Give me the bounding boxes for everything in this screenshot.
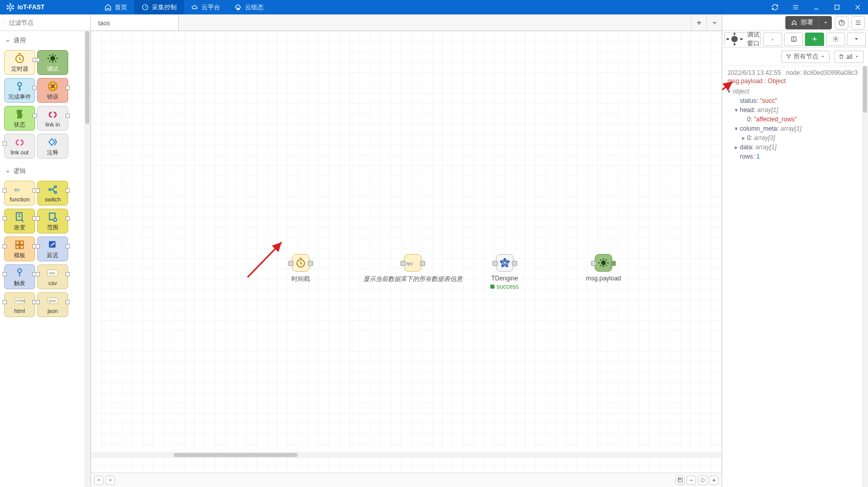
palette-node-status[interactable]: 状态: [4, 106, 35, 131]
deploy-button[interactable]: 部署: [785, 16, 832, 29]
debug-filter-nodes[interactable]: 所有节点: [781, 51, 830, 63]
nav-cloud-config[interactable]: 云组态: [227, 0, 271, 14]
sidebar-tab-debug[interactable]: 调试窗口: [724, 33, 761, 46]
palette-node-link-in[interactable]: link in: [37, 106, 68, 131]
palette-node-csv[interactable]: csvcsv: [37, 264, 68, 289]
palette-node-trigger[interactable]: 触发: [4, 264, 35, 289]
close-button[interactable]: [847, 0, 868, 14]
palette-node-json[interactable]: jsonjson: [37, 292, 68, 317]
deploy-menu-button[interactable]: [818, 16, 832, 29]
node-input-port[interactable]: [400, 261, 406, 266]
circle-icon: [700, 478, 705, 483]
node-enable-port[interactable]: [611, 261, 616, 266]
plus-icon: [696, 20, 702, 26]
sidebar-tab-debug-active[interactable]: [805, 33, 824, 46]
menu-button[interactable]: [851, 16, 865, 29]
footer-up-button[interactable]: [94, 476, 103, 485]
appmenu-button[interactable]: [785, 0, 806, 14]
palette-scrollbar-thumb[interactable]: [85, 31, 89, 124]
node-output-port[interactable]: [420, 261, 425, 266]
zoom-out-button[interactable]: [687, 476, 696, 485]
refresh-button[interactable]: [765, 0, 785, 14]
plus-icon: [711, 478, 717, 483]
status-icon: [14, 108, 25, 120]
palette-node-function[interactable]: f(x)function: [4, 181, 35, 206]
trash-icon: [839, 54, 844, 59]
map-icon: [677, 477, 683, 483]
search-icon: [4, 20, 6, 26]
minimize-icon: [813, 4, 820, 11]
debug-scrollbar[interactable]: [862, 66, 868, 487]
nav-home[interactable]: 首页: [97, 0, 134, 14]
debug-clear-button[interactable]: all: [834, 51, 864, 63]
node-input-port[interactable]: [492, 261, 498, 266]
debug-scrollbar-thumb[interactable]: [863, 66, 867, 113]
palette-node-change[interactable]: 改变: [4, 209, 35, 233]
hamburger-icon: [855, 19, 862, 26]
flow-tabs-menu[interactable]: [706, 15, 722, 30]
nav-collect[interactable]: 采集控制: [134, 0, 184, 14]
cloud-grid-icon: [235, 4, 242, 11]
palette-node-template[interactable]: 模板: [4, 237, 35, 261]
rocket-icon: [791, 19, 798, 26]
minus-icon: [689, 478, 694, 483]
palette-node-complete[interactable]: 完成事件: [4, 78, 35, 103]
palette-node-comment[interactable]: 注释: [37, 134, 68, 159]
svg-point-0: [9, 6, 11, 8]
info-icon: [769, 36, 776, 42]
flow-node-timestamp[interactable]: 时间戳: [291, 254, 310, 284]
maximize-button[interactable]: [827, 0, 847, 14]
debug-msg-title: msg.payload : Object: [727, 77, 863, 85]
book-icon: [791, 36, 797, 42]
palette-node-switch[interactable]: switch: [37, 181, 68, 206]
main-nav: 首页 采集控制 云平台 云组态: [97, 0, 271, 14]
chevron-down-icon: [711, 20, 718, 26]
add-flow-button[interactable]: [691, 15, 706, 30]
canvas-footer: [91, 473, 722, 487]
change-icon: [14, 211, 25, 223]
palette-scrollbar[interactable]: [84, 31, 90, 487]
caret-down-icon: [853, 36, 860, 42]
node-output-port[interactable]: [308, 261, 313, 266]
navigator-button[interactable]: [675, 476, 685, 485]
zoom-reset-button[interactable]: [698, 476, 707, 485]
svg-point-1: [10, 4, 11, 5]
svg-point-5: [7, 8, 8, 9]
palette-node-html[interactable]: HTMLhtml: [4, 292, 35, 317]
palette-search-input[interactable]: [9, 19, 86, 26]
svg-point-42: [601, 260, 606, 265]
sidebar-tab-config[interactable]: [826, 33, 845, 46]
palette-node-debug[interactable]: 调试: [37, 50, 68, 75]
palette-node-error[interactable]: 错误: [37, 78, 68, 103]
node-input-port[interactable]: [591, 261, 596, 266]
flow-node-function[interactable]: f(x) 显示当前数据库下的所有数据表信息: [361, 254, 464, 284]
nav-cloud-platform[interactable]: 云平台: [184, 0, 227, 14]
svg-rect-25: [16, 245, 19, 248]
flow-node-tdengine[interactable]: TDengine success: [490, 254, 519, 290]
palette-node-range[interactable]: 范围: [37, 209, 68, 233]
minimize-button[interactable]: [806, 0, 827, 14]
gauge-icon: [142, 4, 149, 11]
sidebar-tab-dropdown[interactable]: [847, 33, 866, 46]
flow-node-debug[interactable]: msg.payload: [586, 254, 621, 282]
sidebar-tab-help[interactable]: [784, 33, 803, 46]
help-button[interactable]: [835, 16, 848, 29]
node-output-port[interactable]: [512, 261, 517, 266]
flow-canvas[interactable]: 时间戳 f(x) 显示当前数据库下的所有数据表信息 TDengine succe…: [91, 31, 722, 473]
footer-down-button[interactable]: [105, 476, 115, 485]
zoom-in-button[interactable]: [709, 476, 719, 485]
canvas-h-scrollbar-thumb[interactable]: [174, 453, 298, 457]
palette-node-timer[interactable]: 定时器: [4, 50, 35, 75]
flow-tab-taos[interactable]: taos: [91, 14, 179, 30]
debug-msg-tree[interactable]: ▾object status: "succ" ▾head: array[1] 0…: [727, 87, 863, 161]
palette-node-delay[interactable]: 延迟: [37, 237, 68, 261]
svg-point-3: [12, 8, 13, 9]
sidebar-tab-info[interactable]: [763, 33, 782, 46]
svg-text:HTML: HTML: [16, 299, 25, 303]
palette-category-general[interactable]: 通用: [3, 33, 89, 48]
node-trigger-port[interactable]: [288, 261, 293, 266]
palette-node-link-out[interactable]: link out: [4, 134, 35, 159]
palette-category-logic[interactable]: 逻辑: [3, 164, 89, 179]
canvas-h-scrollbar[interactable]: [91, 452, 722, 458]
palette-search[interactable]: [0, 14, 90, 31]
